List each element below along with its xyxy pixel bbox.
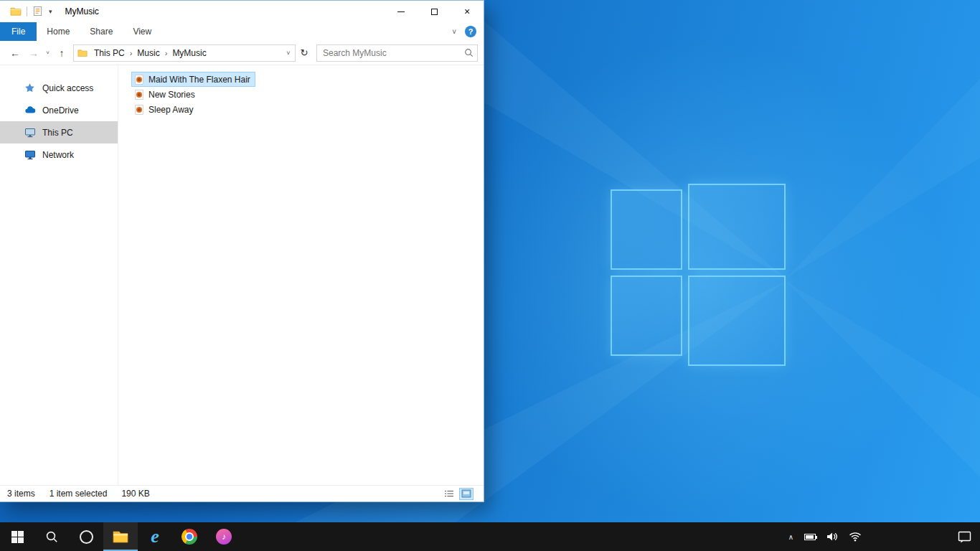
close-button[interactable]: ×: [451, 1, 484, 22]
refresh-button[interactable]: ↻: [296, 44, 313, 62]
file-explorer-window: ▾ MyMusic × File Home Share View ˅ ? ← →…: [0, 0, 484, 502]
sidebar-item-label: This PC: [42, 128, 73, 138]
network-icon: [24, 149, 36, 161]
navigation-pane: Quick access OneDrive This PC: [0, 65, 118, 485]
file-name: Maid With The Flaxen Hair: [149, 75, 250, 85]
search-icon: [45, 530, 58, 543]
selection-size: 190 KB: [121, 489, 149, 499]
minimize-button[interactable]: [385, 1, 418, 22]
sidebar-item-onedrive[interactable]: OneDrive: [0, 99, 118, 121]
item-count: 3 items: [7, 489, 35, 499]
desktop: ▾ MyMusic × File Home Share View ˅ ? ← →…: [0, 0, 980, 551]
onedrive-cloud-icon: [24, 105, 36, 116]
windows-logo-pane: [688, 184, 786, 270]
back-button[interactable]: ←: [6, 47, 24, 59]
toolbar-separator: [27, 6, 27, 17]
internet-explorer-button[interactable]: e: [138, 522, 172, 551]
battery-icon[interactable]: [804, 534, 816, 540]
navigation-bar: ← → ˅ ↑ This PC › Music › MyMusic ˅ ↻: [0, 41, 484, 65]
recent-locations-chevron-icon[interactable]: ˅: [43, 50, 52, 56]
file-item[interactable]: Sleep Away: [131, 102, 199, 117]
windows-logo-pane: [688, 276, 786, 366]
properties-icon[interactable]: [32, 6, 44, 17]
this-pc-icon: [24, 127, 36, 138]
maximize-icon: [431, 9, 438, 15]
folder-icon: [77, 48, 88, 58]
maximize-button[interactable]: [418, 1, 451, 22]
cortana-icon: [80, 530, 93, 544]
windows-start-icon: [11, 531, 24, 543]
file-list: Maid With The Flaxen Hair New Stories Sl…: [118, 65, 484, 485]
up-button[interactable]: ↑: [52, 47, 71, 59]
help-button[interactable]: ?: [465, 26, 476, 37]
breadcrumb-this-pc[interactable]: This PC: [89, 48, 130, 58]
windows-logo-wallpaper: [606, 181, 790, 370]
hidden-icons-chevron-icon[interactable]: ∧: [788, 533, 793, 541]
taskbar-file-explorer-button[interactable]: [103, 522, 138, 551]
breadcrumb-mymusic[interactable]: MyMusic: [167, 48, 211, 58]
tab-share[interactable]: Share: [80, 22, 123, 41]
file-name: New Stories: [149, 90, 195, 100]
search-box: [316, 44, 478, 62]
sidebar-item-label: Network: [42, 150, 74, 160]
music-file-icon: [134, 90, 144, 100]
internet-explorer-icon: e: [151, 527, 159, 546]
file-item[interactable]: New Stories: [131, 87, 200, 102]
sidebar-item-quick-access[interactable]: Quick access: [0, 77, 118, 99]
breadcrumb-music[interactable]: Music: [132, 48, 164, 58]
status-bar: 3 items 1 item selected 190 KB: [0, 485, 484, 501]
search-icon[interactable]: [460, 48, 477, 57]
start-button[interactable]: [0, 522, 34, 551]
volume-icon[interactable]: [826, 532, 838, 542]
quick-access-toolbar: ▾: [0, 6, 52, 17]
tab-file[interactable]: File: [0, 22, 37, 41]
selection-count: 1 item selected: [50, 489, 108, 499]
system-tray: ∧: [788, 522, 980, 551]
sidebar-item-label: Quick access: [42, 83, 93, 93]
window-controls: ×: [385, 1, 484, 22]
itunes-icon: ♪: [216, 529, 232, 545]
chrome-button[interactable]: [172, 522, 207, 551]
action-center-icon[interactable]: [958, 531, 971, 543]
view-toggles: [442, 488, 476, 500]
music-file-icon: [134, 105, 144, 115]
music-file-icon: [134, 75, 144, 85]
forward-button[interactable]: →: [24, 47, 43, 59]
large-icons-view-button[interactable]: [459, 488, 473, 500]
tab-view[interactable]: View: [123, 22, 161, 41]
itunes-button[interactable]: ♪: [207, 522, 241, 551]
address-dropdown-chevron-icon[interactable]: ˅: [282, 50, 295, 57]
address-bar[interactable]: This PC › Music › MyMusic ˅: [73, 44, 296, 62]
title-bar[interactable]: ▾ MyMusic ×: [0, 1, 484, 22]
minimize-icon: [397, 11, 405, 12]
details-view-button[interactable]: [442, 488, 456, 500]
windows-logo-pane: [611, 189, 682, 270]
chrome-icon: [182, 529, 197, 545]
cortana-button[interactable]: [69, 522, 103, 551]
tab-home[interactable]: Home: [37, 22, 80, 41]
ribbon-tab-bar: File Home Share View ˅ ?: [0, 22, 484, 41]
taskbar: e ♪ ∧: [0, 522, 980, 551]
expand-ribbon-chevron-icon[interactable]: ˅: [452, 28, 456, 36]
quick-access-star-icon: [24, 83, 36, 94]
folder-icon: [10, 6, 22, 17]
customize-toolbar-chevron-icon[interactable]: ▾: [49, 8, 52, 15]
taskbar-search-button[interactable]: [34, 522, 69, 551]
file-explorer-icon: [112, 528, 129, 545]
wifi-icon[interactable]: [849, 532, 862, 542]
sidebar-item-network[interactable]: Network: [0, 143, 118, 166]
sidebar-item-this-pc[interactable]: This PC: [0, 121, 118, 143]
search-input[interactable]: [317, 48, 460, 58]
windows-logo-pane: [611, 276, 682, 356]
sidebar-item-label: OneDrive: [42, 105, 79, 116]
window-title: MyMusic: [65, 6, 99, 17]
file-item[interactable]: Maid With The Flaxen Hair: [131, 72, 255, 87]
file-name: Sleep Away: [149, 105, 194, 115]
